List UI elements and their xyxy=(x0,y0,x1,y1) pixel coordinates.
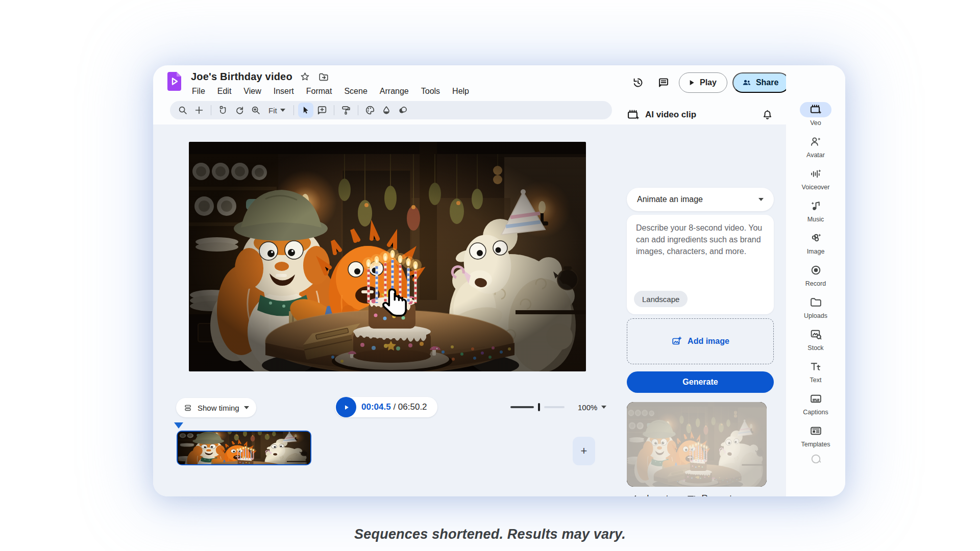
menu-format[interactable]: Format xyxy=(300,85,338,97)
trim-icon[interactable] xyxy=(215,103,231,118)
timing-rows-icon xyxy=(183,403,193,413)
footer-caption: Sequences shortened. Results may vary. xyxy=(0,527,980,542)
comment-icon[interactable] xyxy=(653,72,674,93)
menu-bar: File Edit View Insert Format Scene Arran… xyxy=(186,85,475,97)
version-history-icon[interactable] xyxy=(628,72,648,93)
rail-item-text[interactable]: Text xyxy=(786,355,845,387)
video-preview-scene xyxy=(189,142,586,371)
prompt-input[interactable] xyxy=(635,221,767,284)
move-to-folder-icon[interactable] xyxy=(318,71,329,83)
rail-item-uploads[interactable]: Uploads xyxy=(786,291,845,323)
add-comment-icon[interactable] xyxy=(314,103,330,118)
image-sparkle-icon xyxy=(810,232,822,244)
aspect-ratio-chip[interactable]: Landscape xyxy=(634,291,688,307)
notifications-bell-icon[interactable] xyxy=(761,108,774,121)
chevron-down-icon xyxy=(244,406,249,409)
text-icon xyxy=(810,360,822,373)
recreate-button[interactable]: Recreate xyxy=(686,493,737,496)
menu-file[interactable]: File xyxy=(186,85,211,97)
playback-play-button[interactable] xyxy=(336,397,356,417)
rail-item-partial-icon xyxy=(810,453,822,465)
prompt-card: Landscape xyxy=(627,215,774,314)
rail-item-voiceover[interactable]: Voiceover xyxy=(786,162,845,194)
paint-format-icon[interactable] xyxy=(338,103,354,118)
timeline-clip-thumbnail[interactable] xyxy=(177,431,311,465)
timeline-playhead[interactable] xyxy=(174,422,183,429)
rail-item-veo[interactable]: Veo xyxy=(786,98,845,130)
rail-item-record[interactable]: Record xyxy=(786,259,845,291)
record-icon xyxy=(810,264,822,277)
search-icon[interactable] xyxy=(175,103,190,118)
veo-film-sparkle-icon xyxy=(810,103,822,116)
time-divider: / xyxy=(391,402,398,412)
pointer-cursor xyxy=(380,287,412,325)
tools-rail: Veo Avatar Voiceover Music Image xyxy=(786,65,845,496)
share-button[interactable]: Share xyxy=(732,72,790,93)
menu-insert[interactable]: Insert xyxy=(267,85,300,97)
app-window: Joe's Birthday video File Edit View Inse… xyxy=(153,65,845,496)
zoom-slider-track-empty[interactable] xyxy=(544,406,565,408)
captions-icon xyxy=(810,392,822,405)
menu-edit[interactable]: Edit xyxy=(211,85,238,97)
menu-help[interactable]: Help xyxy=(446,85,475,97)
transition-icon[interactable] xyxy=(395,103,410,118)
menu-view[interactable]: View xyxy=(237,85,267,97)
menu-arrange[interactable]: Arrange xyxy=(374,85,415,97)
waveform-sparkle-icon xyxy=(810,167,822,180)
background-icon[interactable] xyxy=(379,103,394,118)
zoom-level-select[interactable]: 100% xyxy=(578,403,606,412)
zoom-add-icon[interactable] xyxy=(191,103,207,118)
chevron-down-icon xyxy=(280,109,285,112)
generate-button[interactable]: Generate xyxy=(627,371,774,393)
total-time: 06:50.2 xyxy=(398,402,427,412)
select-tool-icon[interactable] xyxy=(298,103,313,118)
star-icon[interactable] xyxy=(300,71,311,83)
show-timing-button[interactable]: Show timing xyxy=(176,398,256,417)
chevron-down-icon xyxy=(758,198,764,201)
current-time: 00:04.5 xyxy=(361,402,391,412)
rail-item-stock[interactable]: Stock xyxy=(786,323,845,355)
canvas-area: Show timing 00:04.5 / 06:50.2 100% xyxy=(153,124,786,496)
menu-scene[interactable]: Scene xyxy=(338,85,373,97)
add-image-button[interactable]: Add image xyxy=(627,318,774,364)
templates-icon xyxy=(810,424,822,437)
play-button[interactable]: Play xyxy=(679,72,727,93)
redo-icon[interactable] xyxy=(232,103,247,118)
zoom-slider-handle[interactable] xyxy=(538,403,540,411)
arrow-left-icon xyxy=(631,493,642,496)
theme-colors-icon[interactable] xyxy=(362,103,378,118)
menu-tools[interactable]: Tools xyxy=(415,85,446,97)
rail-item-captions[interactable]: Captions xyxy=(786,387,845,419)
rail-item-avatar[interactable]: Avatar xyxy=(786,130,845,162)
rail-item-image[interactable]: Image xyxy=(786,227,845,259)
video-canvas[interactable] xyxy=(189,142,586,371)
stock-media-icon xyxy=(810,328,822,341)
fit-zoom-select[interactable]: Fit xyxy=(264,103,289,118)
image-plus-icon xyxy=(671,336,682,347)
ai-mode-select[interactable]: Animate an image xyxy=(627,188,774,211)
recreate-icon xyxy=(686,493,697,496)
screenshot-root: Joe's Birthday video File Edit View Inse… xyxy=(0,0,980,551)
insert-button[interactable]: Insert xyxy=(631,493,669,496)
rail-item-templates[interactable]: Templates xyxy=(786,419,845,452)
zoom-in-icon[interactable] xyxy=(248,103,263,118)
chevron-down-icon xyxy=(601,406,606,409)
ai-video-clip-icon xyxy=(627,108,640,121)
vids-logo[interactable] xyxy=(167,72,181,91)
add-scene-button[interactable]: + xyxy=(573,437,595,465)
panel-title: AI video clip xyxy=(645,110,696,120)
document-title[interactable]: Joe's Birthday video xyxy=(191,71,292,83)
person-sparkle-icon xyxy=(810,135,822,148)
editor-toolbar: Fit xyxy=(170,101,612,119)
music-note-sparkle-icon xyxy=(810,199,822,212)
zoom-slider-track-filled[interactable] xyxy=(510,406,534,408)
folder-icon xyxy=(810,296,822,309)
generated-clip-preview[interactable] xyxy=(627,402,767,487)
clip-thumbnail-scene xyxy=(178,431,310,465)
rail-item-music[interactable]: Music xyxy=(786,194,845,227)
